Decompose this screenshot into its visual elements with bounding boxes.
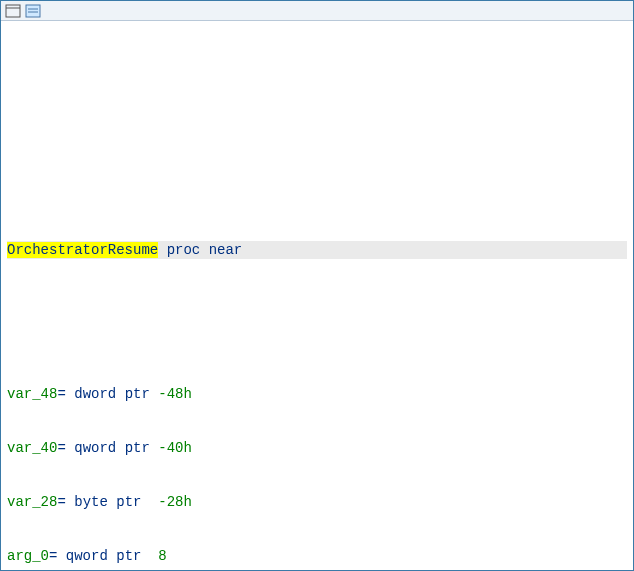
var-decl: var_28= byte ptr -28h <box>7 493 627 511</box>
blank-line <box>7 61 627 79</box>
svg-rect-0 <box>6 5 20 17</box>
var-decl: var_48= dword ptr -48h <box>7 385 627 403</box>
toolbar-icon-1[interactable] <box>5 4 21 18</box>
disassembly-window: OrchestratorResume proc near var_48= dwo… <box>0 0 634 571</box>
var-decl: var_40= qword ptr -40h <box>7 439 627 457</box>
var-decl: arg_0= qword ptr 8 <box>7 547 627 565</box>
disassembly-view[interactable]: OrchestratorResume proc near var_48= dwo… <box>1 21 633 570</box>
proc-keyword: proc near <box>158 242 242 258</box>
toolbar-icon-2[interactable] <box>25 4 41 18</box>
blank-line <box>7 115 627 133</box>
toolbar <box>1 1 633 21</box>
svg-rect-2 <box>26 5 40 17</box>
proc-header-line: OrchestratorResume proc near <box>7 241 627 259</box>
blank-line <box>7 169 627 187</box>
blank-line <box>7 313 627 331</box>
proc-name: OrchestratorResume <box>7 242 158 258</box>
